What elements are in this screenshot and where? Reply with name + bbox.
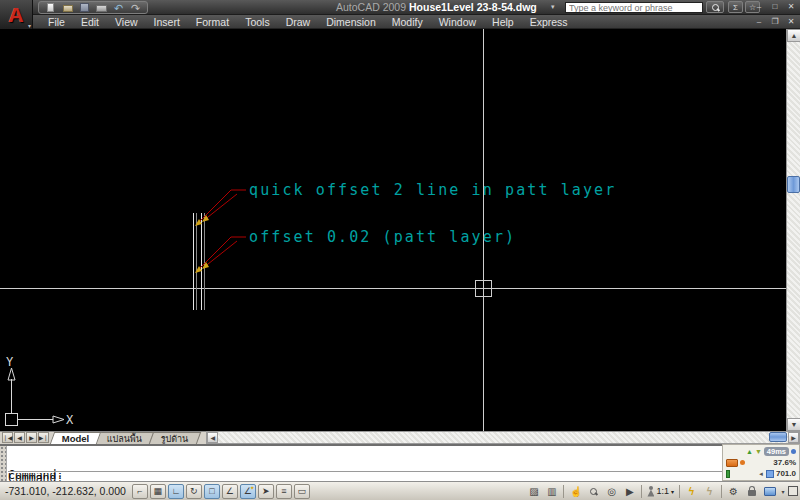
- zoom-magnifier-icon: [590, 488, 597, 495]
- application-status-button[interactable]: [761, 484, 778, 499]
- app-title: AutoCAD 2009: [336, 1, 406, 13]
- menu-draw[interactable]: Draw: [278, 15, 319, 29]
- zoom-button[interactable]: [585, 484, 602, 499]
- ping-value: 49ms: [764, 447, 789, 456]
- command-window-grip[interactable]: [0, 446, 7, 483]
- status-bar: -731.010, -212.632, 0.000 ⌐ ▦ ∟ ↻ □ ∠ ∠✦…: [0, 481, 800, 500]
- toggle-snap[interactable]: ⌐: [132, 484, 148, 499]
- pan-button[interactable]: ☝: [567, 484, 584, 499]
- prev-tab-button[interactable]: ◀: [14, 432, 25, 443]
- close-button[interactable]: ✕: [785, 2, 797, 12]
- annotation-scale-value: 1:1: [656, 486, 669, 496]
- maximize-button[interactable]: □: [769, 2, 781, 12]
- model-paper-toggle-button[interactable]: ▨: [525, 484, 542, 499]
- qp-icon: ▭: [298, 486, 307, 496]
- toggle-qp[interactable]: ▭: [294, 484, 310, 499]
- toggle-osnap[interactable]: □: [204, 484, 220, 499]
- menu-view[interactable]: View: [107, 15, 146, 29]
- last-tab-button[interactable]: ▶❘: [38, 432, 49, 443]
- quick-view-layouts-icon: ▥: [547, 486, 556, 497]
- scroll-right-button[interactable]: ▶: [788, 432, 799, 443]
- clean-screen-button[interactable]: [788, 486, 798, 496]
- drawing-canvas[interactable]: Y X quick offset 2 line in patt layer of…: [0, 29, 800, 431]
- separator: [679, 485, 680, 498]
- undo-button[interactable]: ↶: [112, 2, 125, 13]
- annotation-visibility-button[interactable]: ϟ: [683, 484, 700, 499]
- menu-tools[interactable]: Tools: [237, 15, 278, 29]
- coordinates-readout[interactable]: -731.010, -212.632, 0.000: [2, 485, 131, 497]
- scroll-down-button[interactable]: ▼: [787, 418, 800, 431]
- communication-center-icon: Σ: [733, 3, 738, 12]
- toggle-dyn[interactable]: ➤: [258, 484, 274, 499]
- menu-edit[interactable]: Edit: [73, 15, 107, 29]
- menu-help[interactable]: Help: [484, 15, 522, 29]
- separator: [563, 485, 564, 498]
- minimize-button[interactable]: –: [753, 2, 765, 12]
- toolbar-lock-button[interactable]: [743, 484, 760, 499]
- autocad-menu-browser-button[interactable]: A ▾: [0, 0, 33, 29]
- toggle-otrack[interactable]: ∠: [222, 484, 238, 499]
- scroll-left-button[interactable]: ◀: [207, 432, 218, 443]
- toggle-ducs[interactable]: ∠✦: [240, 484, 256, 499]
- tab-elevation[interactable]: รูปด้าน: [149, 432, 201, 444]
- vertical-scrollbar[interactable]: ▲ ▼: [786, 29, 800, 431]
- window-title: AutoCAD 2009 House1Level 23-8-54.dwg: [336, 1, 537, 13]
- system-monitor-gadget[interactable]: ▲ ▼ 49ms 37.6% ◄ 701.0: [722, 444, 800, 481]
- auto-annotation-button[interactable]: ϟ: [701, 484, 718, 499]
- status-menu-arrow-icon: ▾: [781, 488, 784, 495]
- menu-express[interactable]: Express: [522, 15, 576, 29]
- scroll-up-button[interactable]: ▲: [787, 29, 800, 42]
- lightning-dim-icon: ϟ: [707, 486, 712, 497]
- save-button[interactable]: [78, 2, 91, 13]
- search-input[interactable]: [565, 2, 703, 13]
- separator: [641, 485, 642, 498]
- doc-restore-button[interactable]: ❐: [769, 17, 781, 27]
- lock-icon: [748, 490, 756, 496]
- steering-wheel-button[interactable]: ◎: [603, 484, 620, 499]
- redo-button[interactable]: ↷: [129, 2, 142, 13]
- pan-hand-icon: ☝: [570, 486, 582, 497]
- doc-minimize-button[interactable]: –: [753, 17, 765, 27]
- ucs-y-label: Y: [6, 355, 13, 369]
- next-tab-button[interactable]: ▶: [26, 432, 37, 443]
- ucs-x-label: X: [66, 413, 73, 427]
- horizontal-scroll-thumb[interactable]: [769, 432, 787, 442]
- annotation-text-1: quick offset 2 line in patt layer: [249, 181, 616, 199]
- doc-close-button[interactable]: ✕: [785, 17, 797, 27]
- tab-plan[interactable]: แปลนพื้น: [95, 432, 155, 444]
- menu-modify[interactable]: Modify: [384, 15, 431, 29]
- menu-format[interactable]: Format: [188, 15, 237, 29]
- search-button[interactable]: [706, 1, 724, 13]
- command-line-window[interactable]: Command: Command: _CleanScreenON Command…: [0, 444, 800, 481]
- toggle-lwt[interactable]: ≡: [276, 484, 292, 499]
- menu-window[interactable]: Window: [431, 15, 484, 29]
- upload-arrow-icon: ▲: [746, 448, 753, 455]
- horizontal-scrollbar[interactable]: ◀ ▶: [206, 431, 800, 444]
- horizontal-scroll-track[interactable]: [218, 432, 788, 443]
- workspace-switching-button[interactable]: ⚙: [725, 484, 742, 499]
- vertical-scroll-thumb[interactable]: [787, 176, 800, 193]
- open-file-button[interactable]: [61, 2, 74, 13]
- tab-model[interactable]: Model: [50, 432, 102, 444]
- menu-dimension[interactable]: Dimension: [318, 15, 384, 29]
- toggle-grid[interactable]: ▦: [150, 484, 166, 499]
- menu-file[interactable]: File: [40, 15, 73, 29]
- annotation-text-2: offset 0.02 (patt layer): [249, 228, 516, 246]
- quick-view-layouts-button[interactable]: ▥: [543, 484, 560, 499]
- model-space-icon: ▨: [529, 486, 538, 497]
- status-menu-button[interactable]: ▾: [779, 484, 787, 499]
- new-file-button[interactable]: [44, 2, 57, 13]
- toggle-polar[interactable]: ↻: [186, 484, 202, 499]
- command-separator: [8, 471, 800, 473]
- showmotion-button[interactable]: ▶: [621, 484, 638, 499]
- menu-insert[interactable]: Insert: [146, 15, 188, 29]
- polar-icon: ↻: [190, 486, 198, 496]
- plot-button[interactable]: [95, 2, 108, 13]
- toggle-ortho[interactable]: ∟: [168, 484, 184, 499]
- communication-center-button[interactable]: Σ: [728, 1, 743, 13]
- first-tab-button[interactable]: ❘◀: [2, 432, 13, 443]
- search-dropdown-arrow[interactable]: ▾: [551, 3, 555, 11]
- vertical-scroll-track[interactable]: [787, 42, 800, 418]
- leader-lines: [196, 190, 246, 272]
- annotation-scale-button[interactable]: 1:1 ▾: [645, 486, 676, 497]
